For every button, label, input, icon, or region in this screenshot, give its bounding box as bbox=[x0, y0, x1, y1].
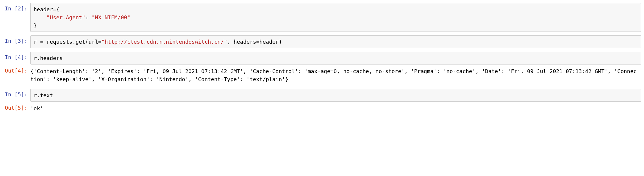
code-token: . bbox=[72, 39, 76, 45]
cell-in-5: In [5]: r.text bbox=[3, 89, 641, 102]
prompt-out: Out[5]: bbox=[3, 102, 30, 114]
code-token: = bbox=[256, 39, 260, 45]
cell-in-3: In [3]: r = requests.get(url="http://cte… bbox=[3, 35, 641, 48]
code-token: r bbox=[34, 39, 40, 45]
code-token: "http://ctest.cdn.n.nintendoswitch.cn/" bbox=[101, 39, 227, 45]
code-token: "NX NIFM/00" bbox=[92, 14, 130, 21]
cell-out-4: Out[4]: {'Content-Length': '2', 'Expires… bbox=[3, 65, 641, 85]
prompt-out: Out[4]: bbox=[3, 65, 30, 85]
code-token: } bbox=[34, 22, 37, 29]
code-input[interactable]: r.headers bbox=[30, 52, 641, 65]
code-token: = bbox=[53, 6, 56, 12]
prompt-in: In [5]: bbox=[3, 89, 30, 102]
code-token: get(url bbox=[76, 39, 98, 45]
cell-out-5: Out[5]: 'ok' bbox=[3, 102, 641, 114]
code-token: r.headers bbox=[34, 55, 63, 61]
cell-in-2: In [2]: header={ "User-Agent": "NX NIFM/… bbox=[3, 3, 641, 32]
output-text: 'ok' bbox=[30, 102, 641, 114]
code-token: = bbox=[40, 39, 43, 45]
code-input[interactable]: r.text bbox=[30, 89, 641, 102]
code-token: { bbox=[56, 6, 60, 12]
code-token: header) bbox=[260, 39, 282, 45]
code-input[interactable]: header={ "User-Agent": "NX NIFM/00" } bbox=[30, 3, 641, 32]
code-input[interactable]: r = requests.get(url="http://ctest.cdn.n… bbox=[30, 35, 641, 48]
prompt-in: In [3]: bbox=[3, 35, 30, 48]
output-text: {'Content-Length': '2', 'Expires': 'Fri,… bbox=[30, 65, 641, 85]
cell-in-4: In [4]: r.headers bbox=[3, 52, 641, 65]
code-token: "User-Agent" bbox=[46, 14, 85, 21]
code-token bbox=[34, 14, 46, 21]
code-token: = bbox=[98, 39, 101, 45]
code-token: , headers bbox=[227, 39, 256, 45]
prompt-in: In [4]: bbox=[3, 52, 30, 65]
code-token: header bbox=[34, 6, 53, 12]
code-token: r.text bbox=[34, 92, 53, 98]
prompt-in: In [2]: bbox=[3, 3, 30, 32]
code-token: : bbox=[85, 14, 92, 21]
code-token: requests bbox=[43, 39, 73, 45]
